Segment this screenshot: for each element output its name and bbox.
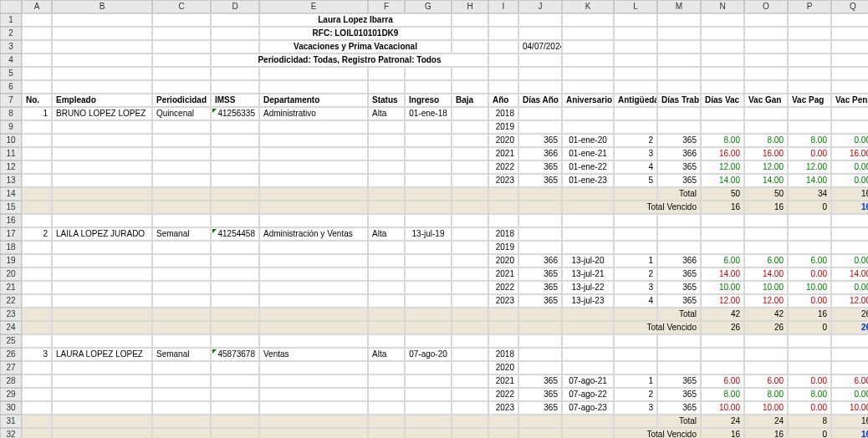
cell-16-M[interactable] — [657, 214, 701, 227]
col-header-K[interactable]: K — [562, 0, 614, 13]
cell-7-Q[interactable]: Vac Pen — [831, 94, 868, 107]
cell-17-O[interactable] — [744, 227, 788, 241]
row-header-14[interactable]: 14 — [0, 187, 22, 201]
cell-27-A[interactable] — [22, 361, 52, 374]
cell-5-C[interactable] — [152, 67, 211, 80]
col-header-H[interactable]: H — [452, 0, 488, 13]
cell-15-E[interactable] — [259, 201, 368, 214]
cell-26-C[interactable]: Semanal — [152, 348, 211, 361]
cell-22-K[interactable]: 13-jul-23 — [562, 294, 614, 308]
cell-1-B[interactable] — [52, 13, 152, 27]
cell-31-N[interactable]: 24 — [701, 415, 744, 428]
cell-21-C[interactable] — [152, 281, 211, 294]
cell-3-Q[interactable] — [831, 40, 868, 53]
cell-22-B[interactable] — [52, 294, 152, 308]
cell-1-I[interactable] — [488, 13, 518, 27]
cell-13-G[interactable] — [405, 174, 452, 187]
cell-32-J[interactable] — [518, 428, 562, 438]
cell-4-N[interactable] — [701, 53, 744, 67]
cell-6-I[interactable] — [488, 80, 518, 94]
cell-15-N[interactable]: 16 — [701, 201, 744, 214]
cell-25-K[interactable] — [562, 334, 614, 348]
cell-26-J[interactable] — [518, 348, 562, 361]
cell-16-N[interactable] — [701, 214, 744, 227]
cell-15-H[interactable] — [452, 201, 488, 214]
cell-14-K[interactable] — [562, 187, 614, 201]
cell-31-G[interactable] — [405, 415, 452, 428]
cell-10-P[interactable]: 8.00 — [788, 134, 831, 147]
cell-7-B[interactable]: Empleado — [52, 94, 152, 107]
cell-18-H[interactable] — [452, 241, 488, 254]
cell-24-B[interactable] — [52, 321, 152, 334]
cell-21-A[interactable] — [22, 281, 52, 294]
cell-2-B[interactable] — [52, 27, 152, 40]
cell-25-H[interactable] — [452, 334, 488, 348]
cell-12-J[interactable]: 365 — [518, 160, 562, 174]
cell-19-P[interactable]: 6.00 — [788, 254, 831, 267]
cell-13-J[interactable]: 365 — [518, 174, 562, 187]
cell-12-I[interactable]: 2022 — [488, 160, 518, 174]
cell-18-G[interactable] — [405, 241, 452, 254]
cell-28-H[interactable] — [452, 374, 488, 388]
col-header-A[interactable]: A — [22, 0, 52, 13]
cell-22-G[interactable] — [405, 294, 452, 308]
cell-28-F[interactable] — [368, 374, 405, 388]
cell-26-N[interactable] — [701, 348, 744, 361]
cell-26-A[interactable]: 3 — [22, 348, 52, 361]
cell-31-C[interactable] — [152, 415, 211, 428]
cell-19-K[interactable]: 13-jul-20 — [562, 254, 614, 267]
cell-14-I[interactable] — [488, 187, 518, 201]
cell-13-C[interactable] — [152, 174, 211, 187]
cell-27-M[interactable] — [657, 361, 701, 374]
cell-3-A[interactable] — [22, 40, 52, 53]
cell-12-C[interactable] — [152, 160, 211, 174]
cell-1-M[interactable] — [657, 13, 701, 27]
cell-1-P[interactable] — [788, 13, 831, 27]
row-header-26[interactable]: 26 — [0, 348, 22, 361]
cell-29-Q[interactable]: 0.00 — [831, 388, 868, 401]
row-header-9[interactable]: 9 — [0, 120, 22, 134]
cell-15-P[interactable]: 0 — [788, 201, 831, 214]
cell-1-D[interactable] — [211, 13, 259, 27]
cell-3-H[interactable] — [452, 40, 488, 53]
cell-7-H[interactable]: Baja — [452, 94, 488, 107]
cell-28-Q[interactable]: 6.00 — [831, 374, 868, 388]
cell-10-B[interactable] — [52, 134, 152, 147]
cell-17-N[interactable] — [701, 227, 744, 241]
cell-10-M[interactable]: 365 — [657, 134, 701, 147]
cell-6-G[interactable] — [405, 80, 452, 94]
cell-16-A[interactable] — [22, 214, 52, 227]
cell-20-P[interactable]: 0.00 — [788, 267, 831, 281]
cell-13-Q[interactable]: 0.00 — [831, 174, 868, 187]
cell-8-K[interactable] — [562, 107, 614, 120]
cell-19-O[interactable]: 6.00 — [744, 254, 788, 267]
cell-29-F[interactable] — [368, 388, 405, 401]
cell-9-A[interactable] — [22, 120, 52, 134]
cell-25-F[interactable] — [368, 334, 405, 348]
cell-11-A[interactable] — [22, 147, 52, 160]
cell-23-B[interactable] — [52, 308, 152, 321]
cell-20-K[interactable]: 13-jul-21 — [562, 267, 614, 281]
cell-19-N[interactable]: 6.00 — [701, 254, 744, 267]
cell-10-J[interactable]: 365 — [518, 134, 562, 147]
cell-28-N[interactable]: 6.00 — [701, 374, 744, 388]
cell-6-P[interactable] — [788, 80, 831, 94]
cell-8-G[interactable]: 01-ene-18 — [405, 107, 452, 120]
cell-27-J[interactable] — [518, 361, 562, 374]
cell-31-I[interactable] — [488, 415, 518, 428]
cell-2-L[interactable] — [614, 27, 657, 40]
cell-13-O[interactable]: 14.00 — [744, 174, 788, 187]
cell-15-O[interactable]: 16 — [744, 201, 788, 214]
cell-1-H[interactable] — [452, 13, 488, 27]
cell-21-P[interactable]: 10.00 — [788, 281, 831, 294]
cell-3-B[interactable] — [52, 40, 152, 53]
cell-29-K[interactable]: 07-ago-22 — [562, 388, 614, 401]
cell-11-D[interactable] — [211, 147, 259, 160]
col-header-D[interactable]: D — [211, 0, 259, 13]
cell-9-B[interactable] — [52, 120, 152, 134]
cell-9-L[interactable] — [614, 120, 657, 134]
cell-16-E[interactable] — [259, 214, 368, 227]
cell-8-C[interactable]: Quincenal — [152, 107, 211, 120]
cell-16-J[interactable] — [518, 214, 562, 227]
cell-15-C[interactable] — [152, 201, 211, 214]
